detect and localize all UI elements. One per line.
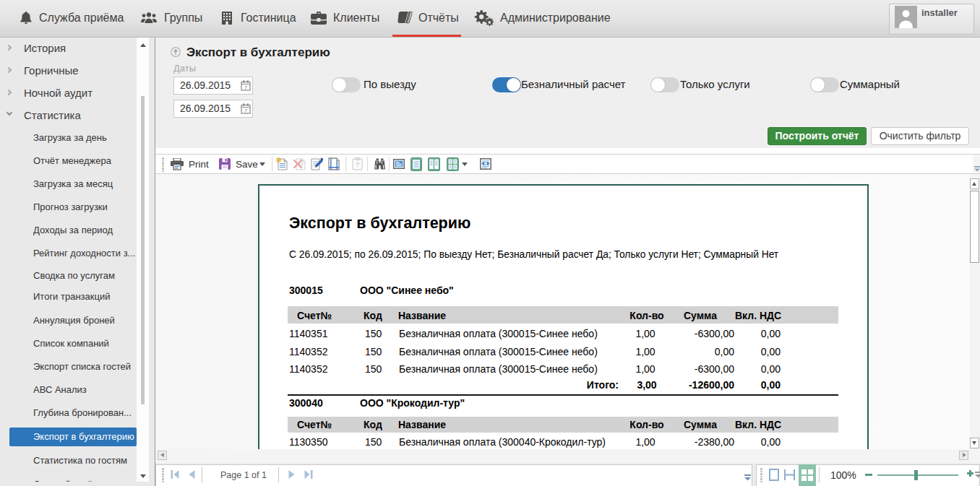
svg-text:7: 7 <box>244 84 247 91</box>
svg-text:?: ? <box>356 161 359 168</box>
svg-text:7: 7 <box>244 108 247 114</box>
